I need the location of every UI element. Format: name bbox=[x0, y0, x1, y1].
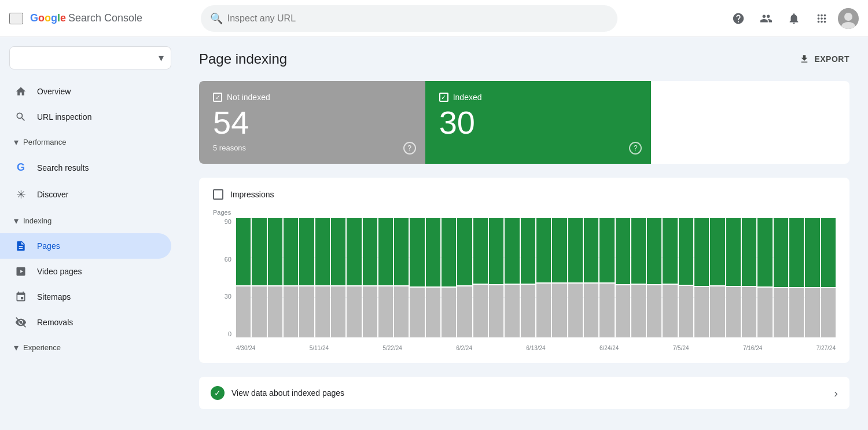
main-content: Page indexing EXPORT ✓ Not indexed 54 5 … bbox=[181, 37, 868, 430]
bar-indexed bbox=[536, 218, 551, 282]
y-tick: 90 bbox=[213, 218, 231, 225]
impressions-label: Impressions bbox=[230, 190, 274, 199]
bar-indexed bbox=[236, 218, 251, 285]
sidebar-item-removals[interactable]: Removals bbox=[0, 310, 171, 335]
not-indexed-help-icon[interactable]: ? bbox=[403, 142, 416, 155]
x-tick: 4/30/24 bbox=[236, 345, 255, 351]
removals-icon bbox=[14, 317, 28, 328]
sidebar-item-label: Search results bbox=[37, 163, 89, 172]
topbar: Google Search Console 🔍 bbox=[0, 0, 868, 37]
sidebar-item-pages[interactable]: Pages bbox=[0, 233, 171, 259]
user-avatar[interactable] bbox=[838, 8, 859, 29]
index-cards: ✓ Not indexed 54 5 reasons ? ✓ Indexed 3… bbox=[199, 81, 849, 164]
indexed-card: ✓ Indexed 30 ? bbox=[425, 81, 652, 164]
bar-group bbox=[663, 218, 677, 337]
product-name: Search Console bbox=[68, 12, 142, 24]
indexed-checkbox: ✓ bbox=[439, 93, 448, 102]
bar-not-indexed bbox=[442, 288, 456, 337]
indexed-count: 30 bbox=[439, 106, 638, 139]
bar-indexed bbox=[363, 218, 377, 285]
bar-group bbox=[268, 218, 282, 337]
notifications-button[interactable] bbox=[782, 7, 806, 30]
bar-group bbox=[521, 218, 535, 337]
x-tick: 7/5/24 bbox=[673, 345, 689, 351]
chart-y-axis: 90 60 30 0 bbox=[213, 218, 231, 337]
sidebar-item-sitemaps[interactable]: Sitemaps bbox=[0, 284, 171, 310]
bar-group bbox=[378, 218, 393, 337]
menu-button[interactable] bbox=[9, 13, 23, 24]
bar-not-indexed bbox=[252, 286, 266, 337]
discover-icon: ✳ bbox=[14, 188, 28, 201]
collapse-icon: ▾ bbox=[14, 137, 19, 148]
bar-not-indexed bbox=[821, 288, 836, 337]
bar-not-indexed bbox=[521, 285, 535, 337]
bar-group bbox=[236, 218, 251, 337]
bar-indexed bbox=[299, 218, 314, 285]
sidebar-item-overview[interactable]: Overview bbox=[0, 79, 171, 104]
sidebar-item-url-inspection[interactable]: URL inspection bbox=[0, 104, 171, 130]
url-search-input[interactable] bbox=[227, 13, 608, 24]
impressions-checkbox[interactable] bbox=[213, 189, 223, 200]
bar-indexed bbox=[789, 218, 804, 287]
export-button[interactable]: EXPORT bbox=[799, 54, 849, 64]
sidebar-item-label: Pages bbox=[37, 241, 60, 251]
bar-indexed bbox=[394, 218, 409, 285]
bar-not-indexed bbox=[505, 285, 519, 337]
bar-not-indexed bbox=[378, 286, 393, 337]
bar-indexed bbox=[489, 218, 503, 284]
bar-indexed bbox=[679, 218, 693, 285]
experience-section-header[interactable]: ▾ Experience bbox=[0, 335, 181, 360]
section-label: Experience bbox=[23, 343, 61, 352]
bar-not-indexed bbox=[774, 288, 788, 337]
sidebar-item-search-results[interactable]: G Search results bbox=[0, 155, 171, 181]
sitemaps-icon bbox=[14, 291, 28, 303]
sidebar-item-label: Sitemaps bbox=[37, 292, 71, 302]
bar-indexed bbox=[378, 218, 393, 285]
bar-indexed bbox=[315, 218, 330, 285]
bar-group bbox=[742, 218, 756, 337]
bar-indexed bbox=[284, 218, 298, 285]
sidebar-item-discover[interactable]: ✳ Discover bbox=[0, 181, 171, 208]
not-indexed-checkbox: ✓ bbox=[213, 93, 222, 102]
view-data-row[interactable]: ✓ View data about indexed pages › bbox=[199, 377, 849, 409]
bar-indexed bbox=[647, 218, 661, 284]
help-button[interactable] bbox=[727, 7, 750, 30]
bar-group bbox=[299, 218, 314, 337]
indexing-section-header[interactable]: ▾ Indexing bbox=[0, 208, 181, 233]
bar-group bbox=[694, 218, 709, 337]
url-search-bar[interactable]: 🔍 bbox=[201, 5, 617, 32]
bar-group bbox=[394, 218, 409, 337]
section-label: Indexing bbox=[23, 216, 52, 225]
chart-section: Impressions Pages 90 60 30 0 bbox=[199, 178, 849, 363]
performance-section-header[interactable]: ▾ Performance bbox=[0, 130, 181, 155]
y-tick: 0 bbox=[213, 330, 231, 337]
bar-not-indexed bbox=[599, 284, 614, 338]
bar-group bbox=[710, 218, 724, 337]
green-check-icon: ✓ bbox=[211, 386, 225, 400]
property-selector[interactable]: ▾ bbox=[9, 46, 171, 69]
sidebar-item-video-pages[interactable]: Video pages bbox=[0, 259, 171, 284]
collapse-icon: ▾ bbox=[14, 342, 19, 353]
bar-indexed bbox=[599, 218, 614, 282]
sidebar: ▾ Overview URL inspection ▾ Performance … bbox=[0, 37, 181, 430]
bar-group bbox=[584, 218, 598, 337]
pages-icon bbox=[14, 240, 28, 252]
bar-not-indexed bbox=[363, 286, 377, 337]
bar-indexed bbox=[663, 218, 677, 284]
bar-group bbox=[252, 218, 266, 337]
bar-indexed bbox=[821, 218, 836, 287]
bar-not-indexed bbox=[805, 288, 819, 337]
people-button[interactable] bbox=[755, 7, 778, 30]
bar-group bbox=[489, 218, 503, 337]
bar-group bbox=[616, 218, 630, 337]
search-icon: 🔍 bbox=[210, 12, 223, 25]
bar-indexed bbox=[757, 218, 772, 286]
sidebar-item-label: Video pages bbox=[37, 267, 82, 276]
bar-group bbox=[410, 218, 424, 337]
bar-indexed bbox=[410, 218, 424, 286]
bar-indexed bbox=[505, 218, 519, 284]
bar-group bbox=[442, 218, 456, 337]
apps-button[interactable] bbox=[810, 7, 833, 30]
indexed-help-icon[interactable]: ? bbox=[629, 142, 642, 155]
page-header: Page indexing EXPORT bbox=[199, 51, 849, 67]
